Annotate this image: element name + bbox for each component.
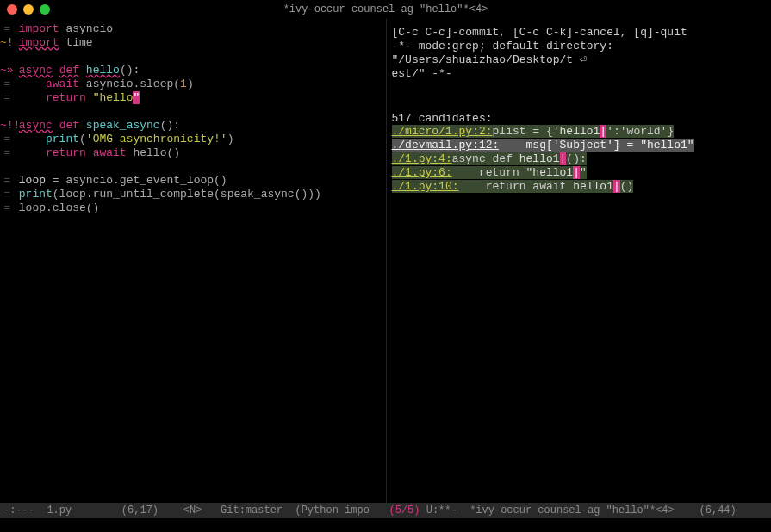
result-line[interactable]: ./1.py:10: return await hello1|() [392,180,762,194]
gutter-mark: = [0,188,12,201]
code-line[interactable] [0,160,381,174]
code-line[interactable]: = loop.close() [0,201,381,215]
code-line[interactable]: = loop = asyncio.get_event_loop() [0,174,381,188]
gutter-mark: = [0,91,12,105]
minimize-icon[interactable] [23,4,34,15]
code-line[interactable] [0,50,381,64]
code-line[interactable]: = await asyncio.sleep(1) [0,77,381,91]
results-list: ./micro/1.py:2:plist = {'hello1|':'world… [387,125,767,194]
titlebar: *ivy-occur counsel-ag "hello"*<4> [0,0,771,19]
modelines: -:--- 1.py (6,17) <N> Git:master (Python… [0,503,771,518]
gutter-mark: ~!! [0,119,12,133]
minibuffer[interactable] [0,518,771,532]
gutter-mark: = [0,146,12,160]
code-line[interactable]: ~! import time [0,36,381,50]
gutter-mark: ~» [0,64,12,77]
result-line[interactable]: ./devmail.py:12: msg['Subject'] = "hello… [392,139,762,152]
code-line[interactable]: = return await hello() [0,146,381,160]
code-line[interactable] [0,105,381,119]
result-line[interactable]: ./1.py:6: return "hello1|" [392,166,762,180]
code-line[interactable]: = print(loop.run_until_complete(speak_as… [0,188,381,201]
modeline-right: (5/5) U:**- *ivy-occur counsel-ag "hello… [386,503,772,518]
result-line[interactable]: ./micro/1.py:2:plist = {'hello1|':'world… [392,125,762,139]
code-editor-pane[interactable]: = import asyncio~! import time ~» async … [0,19,386,503]
gutter-mark: = [0,77,12,91]
search-results-pane[interactable]: [C-c C-c]-commit, [C-c C-k]-cancel, [q]-… [386,19,772,503]
code-line[interactable]: = return "hello" [0,91,381,105]
close-icon[interactable] [7,4,17,15]
window-title: *ivy-occur counsel-ag "hello"*<4> [50,3,721,15]
result-line[interactable]: ./1.py:4:async def hello1|(): [392,152,762,166]
candidates-count: 517 candidates: [387,112,767,125]
gutter-mark: = [0,133,12,146]
gutter-mark: = [0,174,12,188]
gutter-mark: = [0,201,12,215]
grep-header: [C-c C-c]-commit, [C-c C-k]-cancel, [q]-… [387,22,767,84]
code-line[interactable]: ~» async def hello(): [0,64,381,77]
code-line[interactable]: = import asyncio [0,22,381,36]
gutter-mark: ~! [0,36,12,50]
gutter-mark: = [0,22,12,36]
traffic-lights [7,4,50,15]
code-line[interactable]: ~!! async def speak_async(): [0,119,381,133]
code-line[interactable]: = print('OMG asynchronicity!') [0,133,381,146]
modeline-left: -:--- 1.py (6,17) <N> Git:master (Python… [0,503,386,518]
maximize-icon[interactable] [40,4,50,15]
